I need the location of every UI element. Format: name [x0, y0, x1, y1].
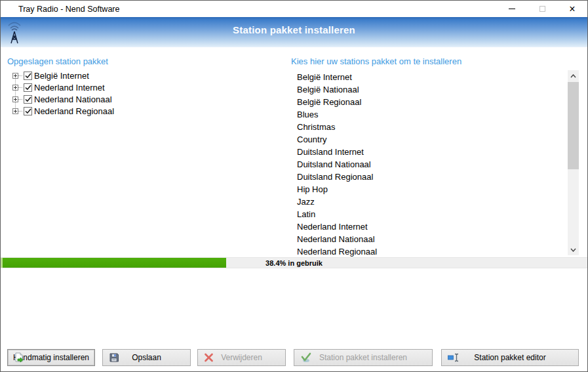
button-label: Opslaan — [132, 353, 161, 362]
edit-cursor-icon — [448, 353, 460, 362]
scrollbar-down-button[interactable] — [568, 244, 579, 255]
tree-item-label[interactable]: België Internet — [34, 71, 89, 81]
package-list: België InternetBelgië NationaalBelgië Re… — [297, 71, 559, 258]
scrollbar-up-button[interactable] — [568, 70, 579, 81]
package-list-item[interactable]: Jazz — [297, 196, 559, 208]
package-list-item[interactable]: Duitsland Nationaal — [297, 158, 559, 171]
title-bar: Tray Radio - Nend Software × — [1, 1, 587, 17]
maximize-button — [527, 1, 557, 17]
package-list-item[interactable]: Latin — [297, 208, 559, 220]
progress-label: 38.4% in gebruik — [1, 258, 587, 268]
saved-package-tree: België InternetNederland InternetNederla… — [10, 70, 114, 117]
usage-progressbar: 38.4% in gebruik — [1, 257, 587, 268]
install-check-icon — [300, 352, 311, 363]
manual-install-button[interactable]: Handmatig installeren — [7, 349, 95, 366]
button-label: Handmatig installeren — [13, 353, 89, 362]
header-banner: Station pakket installeren — [1, 17, 587, 47]
expand-plus-icon[interactable] — [12, 96, 18, 102]
tree-connector-dots — [18, 111, 22, 112]
tree-connector-dots — [18, 99, 22, 100]
install-package-button: Station pakket installeren — [294, 349, 433, 366]
package-editor-button[interactable]: Station pakket editor — [441, 349, 579, 366]
package-list-item[interactable]: Country — [297, 133, 559, 146]
list-scrollbar[interactable] — [568, 70, 579, 255]
tree-item-checkbox[interactable] — [24, 107, 32, 115]
page-title: Station pakket installeren — [1, 24, 587, 35]
tree-row: Nederland Regionaal — [10, 105, 114, 117]
package-list-item[interactable]: Duitsland Regionaal — [297, 171, 559, 183]
package-list-item[interactable]: Hip Hop — [297, 183, 559, 196]
package-list-item[interactable]: België Regionaal — [297, 96, 559, 108]
tree-connector-dots — [18, 87, 22, 88]
button-label: Station pakket editor — [474, 353, 545, 362]
tree-item-checkbox[interactable] — [24, 83, 32, 92]
tree-item-checkbox[interactable] — [24, 95, 32, 104]
saved-package-label: Opgeslagen station pakket — [7, 56, 108, 66]
minimize-icon — [509, 9, 515, 9]
close-icon: × — [569, 4, 575, 14]
window-title: Tray Radio - Nend Software — [18, 5, 119, 14]
package-list-item[interactable]: Duitsland Internet — [297, 146, 559, 158]
package-list-item[interactable]: Nederland Nationaal — [297, 233, 559, 245]
package-list-item[interactable]: Christmas — [297, 121, 559, 133]
tree-connector-dots — [18, 75, 22, 76]
close-button[interactable]: × — [557, 1, 587, 17]
chevron-down-icon — [570, 248, 576, 252]
maximize-icon — [539, 6, 545, 12]
document-add-icon — [14, 352, 24, 363]
expand-plus-icon[interactable] — [12, 73, 18, 79]
choose-package-label: Kies hier uw stations pakket om te insta… — [291, 56, 461, 66]
tree-item-checkbox[interactable] — [24, 72, 32, 80]
package-list-item[interactable]: Nederland Internet — [297, 220, 559, 233]
package-list-item[interactable]: Nederland Regionaal — [297, 245, 559, 258]
expand-plus-icon[interactable] — [12, 85, 18, 91]
tree-item-label[interactable]: Nederland Nationaal — [34, 94, 112, 104]
expand-plus-icon[interactable] — [12, 108, 18, 114]
tree-row: Nederland Internet — [10, 81, 114, 93]
tree-item-label[interactable]: Nederland Internet — [34, 83, 105, 93]
delete-button: Verwijderen — [197, 349, 286, 366]
save-button[interactable]: Opslaan — [102, 349, 191, 366]
app-window: Tray Radio - Nend Software × Stati — [0, 0, 588, 372]
window-controls: × — [497, 1, 587, 17]
scrollbar-thumb[interactable] — [568, 82, 579, 169]
save-disk-icon — [109, 352, 119, 363]
delete-x-icon — [204, 353, 214, 363]
button-label: Station pakket installeren — [319, 353, 407, 362]
package-list-item[interactable]: Blues — [297, 108, 559, 121]
button-label: Verwijderen — [221, 353, 262, 362]
chevron-up-icon — [570, 74, 576, 78]
tree-row: België Internet — [10, 70, 114, 81]
tree-item-label[interactable]: Nederland Regionaal — [34, 106, 114, 116]
tree-row: Nederland Nationaal — [10, 93, 114, 105]
package-list-item[interactable]: België Nationaal — [297, 83, 559, 96]
package-list-item[interactable]: België Internet — [297, 71, 559, 83]
minimize-button[interactable] — [497, 1, 527, 17]
